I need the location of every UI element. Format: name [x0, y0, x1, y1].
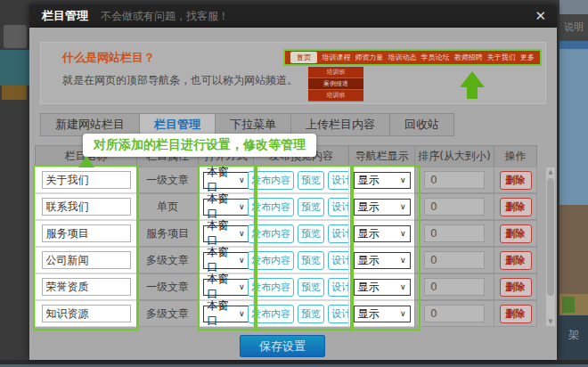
delete-button[interactable]: 删除 [500, 251, 532, 270]
background-photo [559, 205, 588, 294]
nav-demo-dropdown-item: 案例报道 [308, 78, 363, 90]
publish-content-button[interactable]: 发布内容 [248, 305, 294, 323]
sort-input[interactable] [424, 171, 485, 189]
nav-demo-bar: 首页 培训课程 师资力量 培训动态 学员论坛 教师招聘 关于我们 更多 [283, 49, 542, 66]
nav-display-select[interactable]: 显示∨ [354, 279, 411, 296]
preview-button[interactable]: 预览 [298, 198, 324, 216]
column-name-input[interactable] [42, 251, 131, 269]
chevron-down-icon: ∨ [400, 309, 406, 318]
scrollbar-down-icon[interactable]: ▼ [546, 318, 555, 325]
dialog-titlebar: 栏目管理 不会做或有问题，找客服！ ✕ [29, 4, 557, 28]
sort-input[interactable] [424, 251, 485, 269]
nav-demo-item: 培训课程 [322, 53, 350, 62]
publish-content-button[interactable]: 发布内容 [248, 251, 294, 270]
nav-demo-dropdown: 培训班 案例报道 培训班 [308, 67, 363, 102]
green-up-arrow-icon [460, 71, 485, 87]
table-row: 一级文章 本窗口∨ 发布内容预览设计 显示∨ 删除 [35, 167, 536, 193]
column-type-label: 服务项目 [136, 220, 199, 247]
background-sky-image [559, 49, 588, 205]
chevron-down-icon: ∨ [239, 309, 245, 318]
intro-description: 就是在网页的顶部导航条，也可以称为网站频道。 [62, 73, 298, 88]
nav-display-select[interactable]: 显示∨ [354, 172, 411, 189]
nav-display-select[interactable]: 显示∨ [354, 199, 411, 216]
column-name-input[interactable] [42, 278, 131, 296]
column-type-label: 一级文章 [136, 273, 199, 300]
preview-button[interactable]: 预览 [298, 224, 324, 243]
preview-button[interactable]: 预览 [298, 305, 324, 323]
table-row: 一级文章 本窗口∨ 发布内容预览设计 显示∨ 删除 [35, 274, 536, 300]
nav-demo-dropdown-item: 培训班 [308, 90, 363, 102]
background-sidebar-image [0, 50, 29, 86]
table-row: 多级文章 本窗口∨ 发布内容预览设计 显示∨ 删除 [35, 248, 536, 273]
intro-heading: 什么是网站栏目？ [62, 50, 155, 66]
open-mode-select[interactable]: 本窗口∨ [203, 199, 249, 216]
nav-demo-item: 培训动态 [388, 53, 416, 62]
column-header-actions: 操作 [494, 145, 537, 167]
sort-input[interactable] [424, 224, 485, 242]
column-name-input[interactable] [42, 198, 131, 216]
chevron-down-icon: ∨ [239, 282, 245, 291]
background-widget [559, 294, 588, 315]
chevron-down-icon: ∨ [400, 256, 406, 265]
nav-display-select[interactable]: 显示∨ [354, 306, 411, 322]
column-type-label: 单页 [136, 193, 199, 220]
delete-button[interactable]: 删除 [500, 278, 532, 297]
preview-button[interactable]: 预览 [298, 278, 324, 297]
column-header-sort: 排序(从大到小) [414, 145, 494, 167]
chevron-down-icon: ∨ [239, 229, 245, 238]
delete-button[interactable]: 删除 [500, 171, 532, 190]
screen: 说明 架 栏目管理 不会做或有问题，找客服！ ✕ 什么是网站栏目？ 就是在网页的… [0, 0, 588, 367]
close-icon[interactable]: ✕ [535, 8, 546, 24]
nav-demo-item: 更多 [520, 53, 535, 62]
nav-demo-item: 教师招聘 [454, 53, 483, 62]
column-type-label: 多级文章 [136, 300, 199, 327]
chevron-down-icon: ∨ [239, 256, 245, 265]
column-header-nav-display: 导航栏显示 [348, 145, 415, 167]
tutorial-tooltip: 对所添加的栏目进行设置，修改等管理 [83, 134, 316, 157]
delete-button[interactable]: 删除 [500, 305, 532, 323]
open-mode-select[interactable]: 本窗口∨ [203, 172, 249, 189]
nav-demo-item: 学员论坛 [421, 53, 450, 62]
sort-input[interactable] [424, 198, 485, 216]
sort-input[interactable] [424, 305, 485, 322]
chevron-down-icon: ∨ [239, 202, 245, 211]
column-name-input[interactable] [42, 171, 131, 189]
open-mode-select[interactable]: 本窗口∨ [203, 225, 249, 242]
open-mode-select[interactable]: 本窗口∨ [203, 279, 249, 296]
tooltip-pointer-icon [78, 156, 94, 167]
background-strip [559, 41, 588, 49]
scrollbar-thumb[interactable] [547, 178, 554, 296]
nav-display-select[interactable]: 显示∨ [354, 252, 411, 269]
chevron-down-icon: ∨ [400, 175, 406, 184]
background-sidebar-icon [4, 25, 27, 48]
scrollbar-up-icon[interactable]: ▲ [546, 168, 555, 175]
delete-button[interactable]: 删除 [500, 198, 532, 216]
column-type-label: 一级文章 [136, 167, 199, 193]
background-label: 说明 [559, 14, 588, 41]
publish-content-button[interactable]: 发布内容 [248, 171, 294, 190]
chevron-down-icon: ∨ [239, 175, 245, 184]
column-name-input[interactable] [42, 305, 131, 322]
background-sidebar-image [2, 86, 27, 100]
preview-button[interactable]: 预览 [298, 171, 324, 190]
sort-input[interactable] [424, 278, 485, 296]
table-row: 服务项目 本窗口∨ 发布内容预览设计 显示∨ 删除 [35, 221, 536, 247]
dialog-title: 栏目管理 [42, 8, 88, 24]
preview-button[interactable]: 预览 [298, 251, 324, 270]
tab-recycle-bin[interactable]: 回收站 [389, 113, 454, 136]
publish-content-button[interactable]: 发布内容 [248, 198, 294, 216]
green-up-arrow-icon [467, 86, 478, 99]
column-name-input[interactable] [42, 224, 131, 242]
dialog-subtitle: 不会做或有问题，找客服！ [101, 9, 229, 24]
chevron-down-icon: ∨ [400, 229, 406, 238]
publish-content-button[interactable]: 发布内容 [248, 224, 294, 243]
delete-button[interactable]: 删除 [500, 224, 532, 243]
nav-demo-item-home: 首页 [290, 52, 317, 63]
nav-display-select[interactable]: 显示∨ [354, 225, 411, 242]
open-mode-select[interactable]: 本窗口∨ [203, 252, 249, 269]
background-strip [559, 0, 588, 14]
chevron-down-icon: ∨ [400, 202, 406, 211]
publish-content-button[interactable]: 发布内容 [248, 278, 294, 297]
save-settings-button[interactable]: 保存设置 [240, 335, 325, 357]
open-mode-select[interactable]: 本窗口∨ [203, 306, 249, 322]
